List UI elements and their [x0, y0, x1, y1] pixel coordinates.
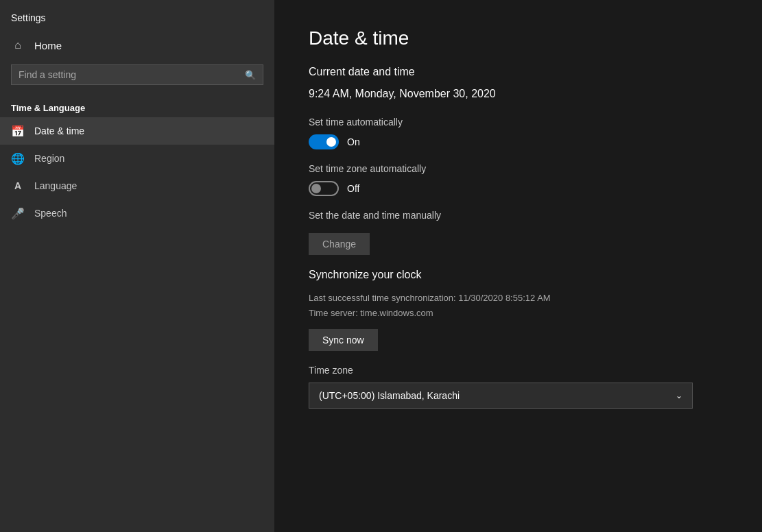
section-label: Time & Language: [0, 96, 274, 117]
home-label: Home: [34, 40, 62, 51]
set-time-auto-state: On: [347, 136, 360, 147]
sync-info: Last successful time synchronization: 11…: [309, 291, 728, 321]
timezone-value: (UTC+05:00) Islamabad, Karachi: [319, 390, 460, 401]
set-timezone-auto-thumb: [311, 184, 321, 193]
set-time-auto-toggle-row: On: [309, 134, 728, 149]
set-timezone-auto-state: Off: [347, 183, 359, 194]
set-timezone-auto-track[interactable]: [309, 181, 339, 196]
set-timezone-auto-label: Set time zone automatically: [309, 163, 728, 174]
timezone-section: Time zone (UTC+05:00) Islamabad, Karachi…: [309, 365, 728, 409]
language-icon: A: [11, 179, 25, 193]
sidebar-item-label-language: Language: [34, 180, 77, 191]
chevron-down-icon: ⌄: [676, 391, 682, 400]
sidebar-item-region[interactable]: 🌐 Region: [0, 145, 274, 172]
sidebar-item-speech[interactable]: 🎤 Speech: [0, 200, 274, 227]
current-section-label: Current date and time: [309, 66, 728, 78]
sidebar-item-home[interactable]: ⌂ Home: [0, 32, 274, 59]
sync-section-label: Synchronize your clock: [309, 269, 728, 281]
sidebar-item-label-date-time: Date & time: [34, 125, 84, 136]
set-timezone-auto-row: Set time zone automatically Off: [309, 163, 728, 196]
date-time-icon: 📅: [11, 124, 25, 138]
set-time-auto-row: Set time automatically On: [309, 117, 728, 149]
search-icon: 🔍: [245, 70, 256, 80]
set-timezone-auto-toggle[interactable]: [309, 181, 339, 196]
sidebar-item-date-time[interactable]: 📅 Date & time: [0, 117, 274, 145]
current-datetime: 9:24 AM, Monday, November 30, 2020: [309, 88, 728, 100]
timezone-label: Time zone: [309, 365, 728, 376]
sync-info-line2: Time server: time.windows.com: [309, 306, 728, 321]
timezone-dropdown[interactable]: (UTC+05:00) Islamabad, Karachi ⌄: [309, 383, 693, 409]
manual-date-label: Set the date and time manually: [309, 210, 728, 221]
speech-icon: 🎤: [11, 206, 25, 220]
manual-date-row: Set the date and time manually Change: [309, 210, 728, 255]
set-time-auto-label: Set time automatically: [309, 117, 728, 128]
sidebar-item-label-region: Region: [34, 153, 64, 164]
sync-info-line1: Last successful time synchronization: 11…: [309, 291, 728, 306]
set-time-auto-thumb: [326, 137, 336, 147]
app-title: Settings: [0, 0, 274, 32]
set-timezone-auto-toggle-row: Off: [309, 181, 728, 196]
region-icon: 🌐: [11, 152, 25, 165]
sidebar-item-label-speech: Speech: [34, 208, 67, 219]
change-button[interactable]: Change: [309, 233, 370, 255]
sidebar: Settings ⌂ Home 🔍 Time & Language 📅 Date…: [0, 0, 274, 532]
sync-section: Synchronize your clock Last successful t…: [309, 269, 728, 351]
set-time-auto-track[interactable]: [309, 134, 339, 149]
sync-now-button[interactable]: Sync now: [309, 329, 378, 351]
page-title: Date & time: [309, 27, 728, 49]
search-box[interactable]: 🔍: [11, 64, 263, 85]
main-content: Date & time Current date and time 9:24 A…: [274, 0, 762, 532]
sidebar-item-language[interactable]: A Language: [0, 172, 274, 200]
set-time-auto-toggle[interactable]: [309, 134, 339, 149]
home-icon: ⌂: [11, 38, 25, 52]
search-input[interactable]: [19, 69, 239, 80]
